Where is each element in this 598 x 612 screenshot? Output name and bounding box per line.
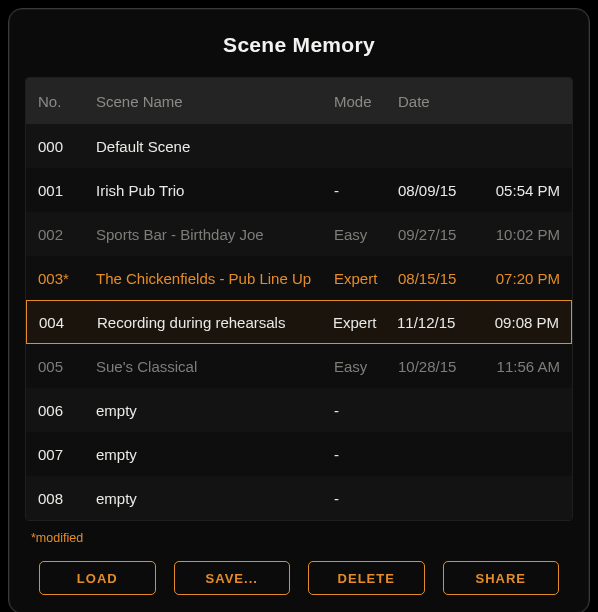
action-buttons: LOAD SAVE... DELETE SHARE	[25, 561, 573, 595]
cell-mode: -	[334, 446, 398, 463]
cell-time: 07:20 PM	[482, 270, 560, 287]
cell-no: 007	[38, 446, 96, 463]
cell-time: 05:54 PM	[482, 182, 560, 199]
cell-no: 004	[39, 314, 97, 331]
table-row[interactable]: 006empty-	[26, 388, 572, 432]
cell-name: Sue's Classical	[96, 358, 334, 375]
cell-no: 000	[38, 138, 96, 155]
cell-no: 006	[38, 402, 96, 419]
scene-table: No. Scene Name Mode Date 000Default Scen…	[25, 77, 573, 521]
cell-no: 002	[38, 226, 96, 243]
share-button[interactable]: SHARE	[443, 561, 560, 595]
table-row[interactable]: 008empty-	[26, 476, 572, 520]
scene-memory-panel: Scene Memory No. Scene Name Mode Date 00…	[8, 8, 590, 612]
cell-date: 09/27/15	[398, 226, 482, 243]
cell-name: empty	[96, 402, 334, 419]
table-row[interactable]: 002Sports Bar - Birthday JoeEasy09/27/15…	[26, 212, 572, 256]
table-row[interactable]: 007empty-	[26, 432, 572, 476]
col-header-no: No.	[38, 93, 96, 110]
cell-date: 10/28/15	[398, 358, 482, 375]
load-button[interactable]: LOAD	[39, 561, 156, 595]
table-row[interactable]: 005Sue's ClassicalEasy10/28/1511:56 AM	[26, 344, 572, 388]
cell-name: The Chickenfields - Pub Line Up	[96, 270, 334, 287]
table-row[interactable]: 003*The Chickenfields - Pub Line UpExper…	[26, 256, 572, 300]
cell-no: 001	[38, 182, 96, 199]
panel-title: Scene Memory	[25, 33, 573, 57]
cell-no: 005	[38, 358, 96, 375]
col-header-name: Scene Name	[96, 93, 334, 110]
col-header-mode: Mode	[334, 93, 398, 110]
cell-mode: -	[334, 490, 398, 507]
cell-name: empty	[96, 446, 334, 463]
table-row[interactable]: 001Irish Pub Trio-08/09/1505:54 PM	[26, 168, 572, 212]
cell-mode: Expert	[334, 270, 398, 287]
cell-date: 08/09/15	[398, 182, 482, 199]
cell-mode: -	[334, 402, 398, 419]
modified-footnote: *modified	[31, 531, 573, 545]
cell-date: 11/12/15	[397, 314, 481, 331]
col-header-date: Date	[398, 93, 482, 110]
cell-no: 008	[38, 490, 96, 507]
cell-time: 09:08 PM	[481, 314, 559, 331]
cell-name: Recording during rehearsals	[97, 314, 333, 331]
cell-name: Irish Pub Trio	[96, 182, 334, 199]
cell-name: Default Scene	[96, 138, 334, 155]
cell-mode: Expert	[333, 314, 397, 331]
table-header-row: No. Scene Name Mode Date	[26, 78, 572, 124]
cell-time: 10:02 PM	[482, 226, 560, 243]
cell-mode: -	[334, 182, 398, 199]
cell-date: 08/15/15	[398, 270, 482, 287]
table-row[interactable]: 004Recording during rehearsalsExpert11/1…	[26, 300, 572, 344]
table-row[interactable]: 000Default Scene	[26, 124, 572, 168]
cell-time: 11:56 AM	[482, 358, 560, 375]
cell-mode: Easy	[334, 226, 398, 243]
cell-name: Sports Bar - Birthday Joe	[96, 226, 334, 243]
delete-button[interactable]: DELETE	[308, 561, 425, 595]
cell-name: empty	[96, 490, 334, 507]
save-button[interactable]: SAVE...	[174, 561, 291, 595]
cell-mode: Easy	[334, 358, 398, 375]
cell-no: 003*	[38, 270, 96, 287]
